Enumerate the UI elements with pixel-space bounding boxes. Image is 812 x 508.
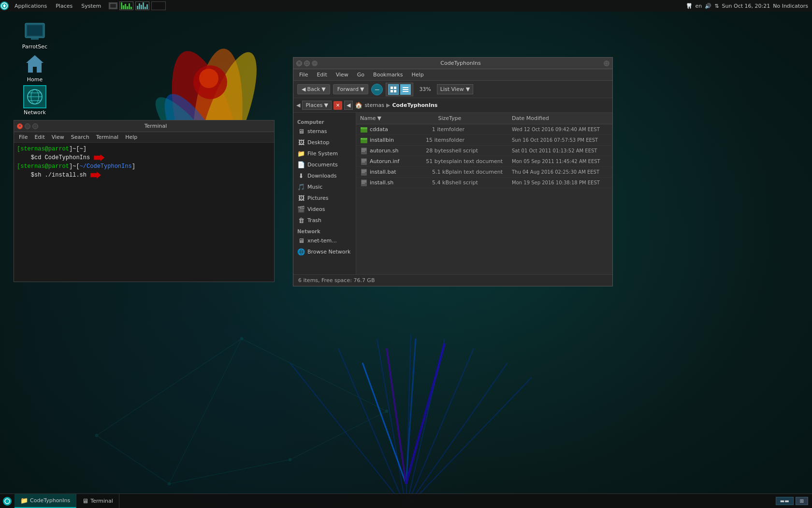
terminal-max-btn[interactable]: □ <box>32 123 38 129</box>
desktop-icon-network[interactable]: Network <box>15 85 54 116</box>
file-icon-installbin <box>360 136 368 144</box>
fm-back-btn[interactable]: ◀ Back ▼ <box>297 84 330 94</box>
svg-line-3 <box>169 339 242 484</box>
terminal-menu-view[interactable]: View <box>49 133 67 141</box>
fm-menu-view[interactable]: View <box>332 71 352 79</box>
taskbar-top-left: Applications Places System <box>0 0 105 12</box>
fm-home-path-btn[interactable]: ◀ <box>344 101 353 110</box>
fm-col-type-header[interactable]: Type <box>449 115 512 121</box>
table-row[interactable]: cddata 1 item folder Wed 12 Oct 2016 09:… <box>356 124 612 135</box>
svg-rect-70 <box>362 183 365 184</box>
sidebar-item-desktop[interactable]: 🖼 Desktop <box>293 137 356 148</box>
fm-icon-view-btn[interactable] <box>388 84 399 95</box>
terminal-menu-terminal[interactable]: Terminal <box>93 133 122 141</box>
fm-sidebar: Computer 🖥 sternas 🖼 Desktop 📁 File Syst… <box>293 113 356 274</box>
fm-view-select[interactable]: List View ▼ <box>437 84 473 94</box>
fm-col-size-header[interactable]: Size <box>410 115 449 121</box>
fm-maximize-btn[interactable]: □ <box>604 60 609 66</box>
svg-point-29 <box>199 69 218 88</box>
music-icon: 🎵 <box>297 183 305 191</box>
taskbar-item-filemanager[interactable]: 📁 CodeTyphonIns <box>14 494 76 508</box>
taskbar-corner-btn-1[interactable]: ▬▬ <box>776 497 794 505</box>
svg-line-15 <box>406 339 445 508</box>
fm-zoom-out-btn[interactable]: − <box>371 84 383 95</box>
applications-menu[interactable]: Applications <box>11 0 51 12</box>
svg-line-2 <box>97 435 169 484</box>
home-label: Home <box>27 76 43 83</box>
svg-rect-56 <box>362 149 366 149</box>
fm-prev-btn[interactable]: ◀ <box>296 102 300 108</box>
back-icon: ◀ <box>302 86 305 92</box>
sidebar-item-videos[interactable]: 🎬 Videos <box>293 204 356 215</box>
fm-close-btn[interactable]: ✕ <box>296 60 302 66</box>
fm-menu-file[interactable]: File <box>295 71 312 79</box>
fm-view-icons <box>386 83 413 96</box>
fm-forward-btn[interactable]: Forward ▼ <box>333 84 369 94</box>
fm-menu-edit[interactable]: Edit <box>313 71 331 79</box>
terminal-menu-help[interactable]: Help <box>122 133 140 141</box>
terminal-menu-file[interactable]: File <box>16 133 30 141</box>
sidebar-item-documents[interactable]: 📄 Documents <box>293 159 356 170</box>
terminal-close-btn[interactable]: ✕ <box>17 123 23 129</box>
svg-rect-66 <box>362 172 365 173</box>
table-row[interactable]: autorun.sh 28 bytes shell script Sat 01 … <box>356 146 612 156</box>
fm-col-date-header[interactable]: Date Modified <box>512 115 609 121</box>
sidebar-item-downloads[interactable]: ⬇ Downloads <box>293 170 356 181</box>
fm-menu-bookmarks[interactable]: Bookmarks <box>369 71 406 79</box>
fm-list-view-btn[interactable] <box>400 84 411 95</box>
taskbar-corner-btn-2[interactable]: ⊞ <box>796 497 808 505</box>
terminal-min-btn[interactable]: − <box>25 123 30 129</box>
fm-places-close[interactable]: ✕ <box>334 101 342 110</box>
fm-places-btn[interactable]: Places ▼ <box>302 101 331 110</box>
fm-min-btn[interactable]: □ <box>304 60 310 66</box>
file-type-autoruninf: plain text document <box>449 158 512 164</box>
sidebar-item-music[interactable]: 🎵 Music <box>293 181 356 193</box>
sidebar-item-xnet[interactable]: 🖥 xnet-tem... <box>293 235 356 246</box>
terminal-menu-search[interactable]: Search <box>68 133 92 141</box>
sidebar-item-pictures[interactable]: 🖼 Pictures <box>293 193 356 204</box>
fm-file-list: cddata 1 item folder Wed 12 Oct 2016 09:… <box>356 124 612 274</box>
fm-breadcrumb-sternas[interactable]: sternas <box>364 102 384 108</box>
places-menu[interactable]: Places <box>52 0 76 12</box>
fm-extra-btn[interactable]: − <box>312 60 318 66</box>
terminal-menu-edit[interactable]: Edit <box>31 133 47 141</box>
sidebar-item-trash[interactable]: 🗑 Trash <box>293 215 356 226</box>
taskbar-item-terminal[interactable]: 🖥 Terminal <box>76 494 119 508</box>
parrotsec-label: ParrotSec <box>22 44 47 50</box>
fm-menu-help[interactable]: Help <box>408 71 428 79</box>
sidebar-item-filesystem[interactable]: 📁 File System <box>293 148 356 159</box>
svg-line-22 <box>406 344 445 484</box>
desktop-icon-home[interactable]: Home <box>15 52 54 83</box>
videos-icon: 🎬 <box>297 206 305 213</box>
sidebar-item-sternas[interactable]: 🖥 sternas <box>293 126 356 137</box>
fm-menu-go[interactable]: Go <box>353 71 368 79</box>
fm-main: Name ▼ Size Type Date Modified cddata 1 … <box>356 113 612 274</box>
table-row[interactable]: install.sh 5.4 kB shell script Mon 19 Se… <box>356 178 612 188</box>
file-date-installbin: Sun 16 Oct 2016 07:57:53 PM EEST <box>512 137 609 143</box>
svg-line-13 <box>377 339 406 508</box>
cpu-monitor <box>119 1 133 10</box>
term-line-2: $cd CodeTyphonIns <box>17 153 271 162</box>
table-row[interactable]: installbin 15 items folder Sun 16 Oct 20… <box>356 135 612 146</box>
fm-statusbar: 6 items, Free space: 76.7 GB <box>293 274 612 286</box>
file-size-autorunsh: 28 bytes <box>410 148 449 154</box>
terminal-menubar: File Edit View Search Terminal Help <box>14 132 274 143</box>
file-date-cddata: Wed 12 Oct 2016 09:42:40 AM EEST <box>512 127 609 132</box>
red-arrow-2 <box>90 172 101 179</box>
terminal-titlebar: ✕ − □ Terminal <box>14 120 274 132</box>
table-row[interactable]: install.bat 5.1 kB plain text document T… <box>356 167 612 178</box>
file-date-installsh: Mon 19 Sep 2016 10:38:18 PM EEST <box>512 180 609 185</box>
svg-rect-65 <box>362 171 366 172</box>
terminal-taskbar-icon: 🖥 <box>82 497 88 505</box>
desktop-icon-parrotsec[interactable]: ParrotSec <box>15 19 54 50</box>
file-name-installsh: install.sh <box>370 179 410 186</box>
sidebar-item-browse-network[interactable]: 🌐 Browse Network <box>293 246 356 257</box>
file-icon-installbat <box>360 168 368 176</box>
terminal-content[interactable]: [sternas@parrot]~[~] $cd CodeTyphonIns [… <box>14 143 274 282</box>
taskbar-right: 🦷 en 🔊 ⇅ Sun Oct 16, 20:21 No Indicators <box>686 3 812 9</box>
table-row[interactable]: Autorun.inf 51 bytes plain text document… <box>356 156 612 167</box>
terminal-title: Terminal <box>40 123 271 129</box>
fm-col-name-header[interactable]: Name ▼ <box>360 115 410 121</box>
system-menu[interactable]: System <box>77 0 105 12</box>
svg-rect-42 <box>391 87 393 89</box>
